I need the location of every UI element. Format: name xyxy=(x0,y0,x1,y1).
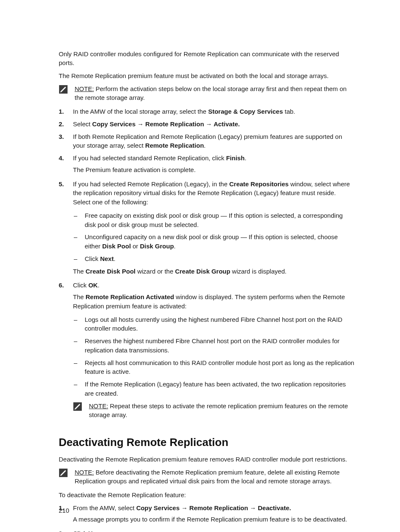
step-5-sublist: – Free capacity on existing disk pool or… xyxy=(73,211,355,263)
bold-text: Remote Replication Activated xyxy=(86,293,174,300)
list-text: Unconfigured capacity on a new disk pool… xyxy=(85,232,355,251)
dash-marker: – xyxy=(73,232,85,251)
deactivation-steps: 1. From the AMW, select Copy Services → … xyxy=(59,503,355,532)
step-body: If you had selected Remote Replication (… xyxy=(73,180,355,278)
list-text: Logs out all hosts currently using the h… xyxy=(85,315,355,334)
text: Click xyxy=(73,282,88,289)
text: From the AMW, select xyxy=(73,504,136,511)
text: . xyxy=(244,154,246,162)
list-text: Reserves the highest numbered Fibre Chan… xyxy=(85,336,355,355)
dash-marker: – xyxy=(73,336,85,355)
activation-steps: 1. In the AMW of the local storage array… xyxy=(59,107,355,424)
note-block-1: NOTE: Perform the activation steps below… xyxy=(59,84,355,102)
list-text: Click Next. xyxy=(85,254,355,263)
step-1: 1. In the AMW of the local storage array… xyxy=(59,107,355,116)
bold-text: Storage & Copy Services xyxy=(208,108,283,115)
intro-paragraph-2: The Remote Replication premium feature m… xyxy=(59,71,355,80)
step-2: 2. Select Copy Services → Remote Replica… xyxy=(59,120,355,129)
list-item: – Unconfigured capacity on a new disk po… xyxy=(73,232,355,251)
note-label: NOTE: xyxy=(75,469,94,476)
bold-text: Remote Replication xyxy=(145,142,204,149)
step-6-extra: The Remote Replication Activated window … xyxy=(73,292,355,311)
page-number: 210 xyxy=(59,507,69,514)
text: The xyxy=(73,268,86,275)
text: or xyxy=(131,243,140,250)
step-extra: The Premium feature activation is comple… xyxy=(73,165,355,175)
note-body: Before deactivating the Remote Replicati… xyxy=(75,469,340,485)
note-block-3: NOTE: Before deactivating the Remote Rep… xyxy=(59,468,355,485)
bold-text: Disk Group xyxy=(140,243,174,250)
note-block-2: NOTE: Repeat these steps to activate the… xyxy=(73,402,355,419)
bold-text: Copy Services → Remote Replication → Act… xyxy=(92,120,240,128)
list-text: Rejects all host communication to this R… xyxy=(85,358,355,377)
dash-marker: – xyxy=(73,254,85,263)
bold-text: Create Disk Pool xyxy=(86,268,135,275)
list-item: – Logs out all hosts currently using the… xyxy=(73,315,355,334)
bold-text: Disk Pool xyxy=(102,243,131,250)
deact-step-1: 1. From the AMW, select Copy Services → … xyxy=(59,503,355,526)
list-text: If the Remote Replication (Legacy) featu… xyxy=(85,380,355,398)
note-icon xyxy=(73,402,82,411)
text: If you had selected Remote Replication (… xyxy=(73,180,229,188)
step-5-after: The Create Disk Pool wizard or the Creat… xyxy=(73,267,355,276)
text: Click xyxy=(85,255,100,262)
step-body: Click Yes. xyxy=(73,529,355,532)
step-body: From the AMW, select Copy Services → Rem… xyxy=(73,503,355,526)
text: wizard is displayed. xyxy=(230,268,286,275)
step-marker: 2. xyxy=(59,529,73,532)
note-text-2: NOTE: Repeat these steps to activate the… xyxy=(89,402,355,419)
bold-text: Next xyxy=(100,255,114,262)
note-icon xyxy=(59,85,68,94)
text: If both Remote Replication and Remote Re… xyxy=(73,133,342,149)
step-marker: 1. xyxy=(59,107,73,116)
text: . xyxy=(98,282,99,289)
step-body: Select Copy Services → Remote Replicatio… xyxy=(73,120,355,129)
intro-paragraph-1: Only RAID controller modules configured … xyxy=(59,50,355,67)
note-label: NOTE: xyxy=(89,402,108,409)
list-item: – If the Remote Replication (Legacy) fea… xyxy=(73,380,355,398)
dash-marker: – xyxy=(73,358,85,377)
step-body: If you had selected standard Remote Repl… xyxy=(73,154,355,176)
text: The xyxy=(73,293,86,300)
step-marker: 4. xyxy=(59,154,73,176)
note-icon xyxy=(59,468,68,477)
text: tab. xyxy=(283,108,295,115)
text: Click xyxy=(73,530,88,532)
note-label: NOTE: xyxy=(75,85,94,92)
deact-step-2: 2. Click Yes. xyxy=(59,529,355,532)
section-heading-deactivating: Deactivating Remote Replication xyxy=(59,436,355,449)
list-item: – Click Next. xyxy=(73,254,355,263)
text: wizard or the xyxy=(135,268,175,275)
text: In the AMW of the local storage array, s… xyxy=(73,108,208,115)
step-marker: 3. xyxy=(59,132,73,151)
note-body: Repeat these steps to activate the remot… xyxy=(89,402,348,418)
step-marker: 5. xyxy=(59,180,73,278)
dash-marker: – xyxy=(73,315,85,334)
step-5: 5. If you had selected Remote Replicatio… xyxy=(59,180,355,278)
step-marker: 2. xyxy=(59,120,73,129)
step-body: Click OK. The Remote Replication Activat… xyxy=(73,281,355,424)
note-body: Perform the activation steps below on th… xyxy=(75,85,347,101)
step-extra: A message prompts you to confirm if the … xyxy=(73,515,355,524)
bold-text: OK xyxy=(88,282,98,289)
bold-text: Create Repositories xyxy=(229,180,289,188)
step-6: 6. Click OK. The Remote Replication Acti… xyxy=(59,281,355,424)
bold-text: Copy Services → Remote Replication → Dea… xyxy=(136,504,291,511)
list-text: Free capacity on existing disk pool or d… xyxy=(85,211,355,229)
deactivate-paragraph-1: Deactivating the Remote Replication prem… xyxy=(59,455,355,464)
text: . xyxy=(99,530,101,532)
bold-text: Create Disk Group xyxy=(175,268,230,275)
text: If you had selected standard Remote Repl… xyxy=(73,154,226,162)
step-6-sublist: – Logs out all hosts currently using the… xyxy=(73,315,355,398)
step-body: In the AMW of the local storage array, s… xyxy=(73,107,355,116)
text: . xyxy=(204,142,205,149)
list-item: – Rejects all host communication to this… xyxy=(73,358,355,377)
list-item: – Free capacity on existing disk pool or… xyxy=(73,211,355,229)
step-3: 3. If both Remote Replication and Remote… xyxy=(59,132,355,151)
bold-text: Yes xyxy=(88,530,99,532)
dash-marker: – xyxy=(73,380,85,398)
step-4: 4. If you had selected standard Remote R… xyxy=(59,154,355,176)
step-marker: 6. xyxy=(59,281,73,424)
text: Select xyxy=(73,120,92,128)
text: . xyxy=(114,255,115,262)
